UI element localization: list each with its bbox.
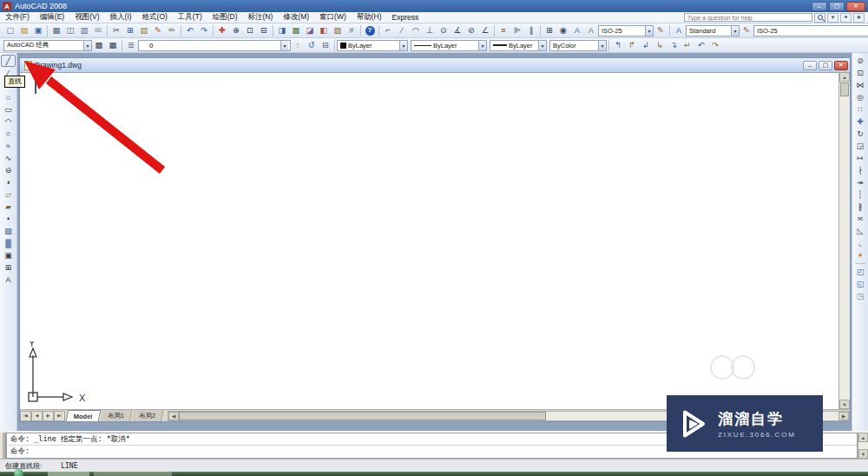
misc-tool-icon-2[interactable]: ↱ [625, 39, 639, 52]
mirror-tool[interactable]: ⋈ [853, 79, 867, 91]
search-button[interactable] [814, 13, 825, 23]
workspace-settings-icon[interactable]: ▩ [92, 39, 106, 52]
match-properties-icon[interactable]: ✎ [151, 24, 165, 37]
tool-palettes-icon[interactable]: ◪ [303, 24, 317, 37]
arc-length-dimension-icon[interactable]: ◠ [409, 24, 423, 37]
fillet-tool[interactable]: ◟ [853, 237, 867, 249]
my-workspace-icon[interactable]: ▦ [106, 39, 120, 52]
new-file-icon[interactable]: ▢ [3, 24, 17, 37]
chamfer-tool[interactable]: ◺ [853, 225, 867, 237]
command-panel-grip[interactable] [0, 433, 6, 459]
favorites-star-icon[interactable]: ★ [853, 13, 865, 23]
send-to-back-tool[interactable]: ◱ [853, 278, 867, 290]
color-combo[interactable]: ByLayer ▾ [337, 40, 408, 51]
rotate-tool[interactable]: ↻ [853, 128, 867, 140]
maximize-button[interactable]: ▢ [829, 2, 845, 11]
misc-tool-icon-3[interactable]: ↲ [639, 39, 653, 52]
doc-minimize-button[interactable]: – [803, 61, 817, 70]
scroll-right-button[interactable]: ▶ [838, 412, 849, 420]
block-editor-icon[interactable]: ✏ [165, 24, 179, 37]
spline-tool[interactable]: ∿ [1, 152, 16, 164]
designcenter-icon[interactable]: ▩ [289, 24, 303, 37]
plot-style-combo[interactable]: ByColor ▾ [549, 40, 607, 51]
misc-tool-icon-1[interactable]: ↰ [611, 39, 625, 52]
layout-tab[interactable]: 布局2 [131, 410, 163, 421]
center-mark-icon[interactable]: ◉ [556, 24, 570, 37]
pan-icon[interactable]: ✚ [215, 24, 229, 37]
open-file-icon[interactable]: ▤ [17, 24, 31, 37]
text-style-icon[interactable]: A [672, 24, 686, 37]
zoom-window-icon[interactable]: ⊡ [243, 24, 257, 37]
table-style-combo[interactable]: ISO-25 [753, 25, 868, 36]
minimize-button[interactable]: – [812, 2, 827, 11]
dimension-text-edit-icon[interactable]: A [584, 24, 598, 37]
close-button[interactable]: ✕ [846, 2, 865, 11]
revision-cloud-tool[interactable]: ≈ [1, 140, 16, 152]
break-at-point-tool[interactable]: ┆ [853, 188, 867, 201]
dimension-edit-icon[interactable]: A [570, 24, 584, 37]
drawing-canvas[interactable]: Y X [20, 72, 838, 409]
scroll-up-button[interactable]: ▲ [839, 72, 850, 82]
extend-tool[interactable]: ↠ [853, 176, 867, 188]
circle-tool[interactable]: ○ [1, 128, 16, 140]
prev-tab-button[interactable]: ◀ [31, 411, 43, 421]
start-orb-icon[interactable] [14, 469, 23, 476]
misc-tool-icon-5[interactable]: ↴ [667, 39, 681, 52]
zoom-previous-icon[interactable]: ⊟ [257, 24, 271, 37]
sheetset-manager-icon[interactable]: ◧ [317, 24, 331, 37]
jogged-dimension-icon[interactable]: ∡ [450, 24, 464, 37]
last-tab-button[interactable]: ▶| [54, 411, 65, 421]
misc-tool-icon-8[interactable]: ↷ [708, 39, 722, 52]
gradient-tool[interactable]: ▓ [1, 237, 16, 249]
diameter-dimension-icon[interactable]: ⊘ [464, 24, 478, 37]
bring-to-front-tool[interactable]: ◰ [853, 266, 867, 278]
region-tool[interactable]: ▣ [1, 249, 16, 261]
quickcalc-icon[interactable]: # [345, 24, 358, 37]
linetype-combo[interactable]: ByLayer ▾ [411, 40, 487, 51]
rectangle-tool[interactable]: ▭ [1, 103, 16, 116]
paste-icon[interactable]: ▧ [137, 24, 151, 37]
misc-tool-icon-4[interactable]: ↳ [653, 39, 667, 52]
hatch-tool[interactable]: ▨ [1, 225, 16, 237]
explode-tool[interactable]: ✶ [853, 249, 867, 261]
layout-tab[interactable]: Model [66, 410, 101, 421]
layer-states-icon[interactable]: ⊟ [319, 39, 332, 52]
array-tool[interactable]: ∷ [853, 103, 867, 116]
continue-dimension-icon[interactable]: ∥ [524, 24, 538, 37]
cut-icon[interactable]: ✂ [109, 24, 123, 37]
layer-previous-icon[interactable]: ↺ [305, 39, 319, 52]
menu-item[interactable]: 工具(T) [173, 12, 207, 23]
command-scroll-up-button[interactable]: ▲ [858, 433, 868, 442]
taskbar-button[interactable] [94, 472, 172, 476]
help-search-input[interactable] [684, 13, 812, 22]
make-block-tool[interactable]: ▰ [1, 201, 16, 213]
plot-preview-icon[interactable]: ◫ [63, 24, 77, 37]
angular-dimension-icon[interactable]: ∠ [478, 24, 492, 37]
menu-item[interactable]: 文件(F) [0, 12, 35, 23]
line-tool[interactable]: ╱ [1, 55, 16, 67]
command-scroll-down-button[interactable]: ▼ [858, 449, 868, 459]
text-style-combo[interactable]: Standard ▾ [686, 25, 740, 36]
horizontal-scroll-thumb[interactable] [179, 412, 546, 420]
move-tool[interactable]: ✚ [853, 116, 867, 128]
scroll-down-button[interactable]: ▼ [839, 400, 850, 409]
communication-center-icon[interactable]: ✦ [840, 13, 852, 23]
tolerance-icon[interactable]: ⊞ [542, 24, 556, 37]
doc-restore-button[interactable]: ▢ [819, 61, 832, 70]
lineweight-combo[interactable]: ByLayer ▾ [490, 40, 547, 51]
menu-item[interactable]: 视图(V) [69, 12, 104, 23]
undo-icon[interactable]: ↶ [183, 24, 197, 37]
radius-dimension-icon[interactable]: ⊙ [437, 24, 450, 37]
menu-item[interactable]: 绘图(D) [207, 12, 243, 23]
search-dropdown-icon[interactable]: ▾ [827, 13, 838, 23]
menu-item[interactable]: 编辑(E) [35, 12, 69, 23]
workspace-combo[interactable]: AutoCAD 经典 ▾ [3, 40, 92, 51]
arc-tool[interactable]: ◠ [1, 116, 16, 128]
erase-tool[interactable]: ⊘ [853, 55, 867, 67]
offset-tool[interactable]: ◎ [853, 91, 867, 103]
insert-block-tool[interactable]: ▱ [1, 188, 16, 201]
properties-icon[interactable]: ◨ [275, 24, 289, 37]
markup-set-manager-icon[interactable]: ▨ [331, 24, 345, 37]
stretch-tool[interactable]: ↦ [853, 152, 867, 164]
copy-clip-icon[interactable]: ⊞ [123, 24, 137, 37]
